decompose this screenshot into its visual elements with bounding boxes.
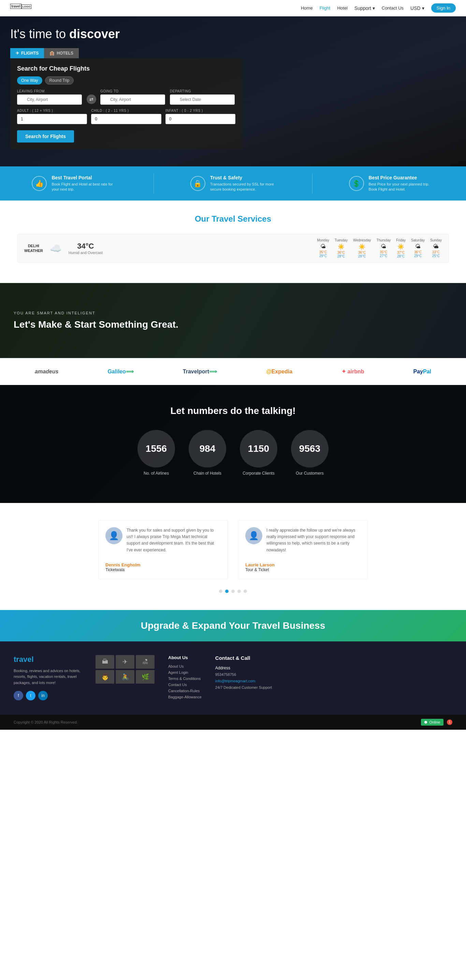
round-trip-button[interactable]: Round Trip — [45, 76, 74, 84]
signin-button[interactable]: Sign In — [431, 3, 456, 13]
footer-link-terms[interactable]: Terms & Conditions — [168, 676, 202, 681]
testimonial-name-1: Dennis Engholm — [105, 562, 221, 567]
testimonial-card-2: 👤 I really appreciate the follow up and … — [238, 520, 368, 579]
footer-link-cancellation[interactable]: Cancellation-Rules — [168, 689, 202, 693]
testimonial-card-1: 👤 Thank you for sales and support given … — [98, 520, 228, 579]
dot-5[interactable] — [244, 590, 247, 593]
stat-label-airlines: No. of Airlines — [137, 471, 175, 476]
footer-logo: travel — [14, 655, 82, 664]
testimonials-grid: 👤 Thank you for sales and support given … — [14, 520, 452, 579]
social-linkedin[interactable]: in — [38, 691, 48, 700]
social-twitter[interactable]: t — [26, 691, 35, 700]
weather-description: Humid and Overcast — [69, 251, 103, 255]
nav-flight[interactable]: Flight — [320, 5, 330, 11]
departing-label: DEPARTING — [170, 89, 235, 93]
nav-currency[interactable]: USD ▾ — [410, 5, 424, 11]
weather-forecast: Monday 🌤 35°C29°C Tuesday ☀️ 36°C28°C We… — [317, 239, 442, 258]
weather-wednesday: Wednesday ☀️ 36°C28°C — [353, 239, 371, 258]
departing-group: DEPARTING 📅 — [170, 89, 235, 105]
testimonial-avatar-1: 👤 — [105, 527, 123, 544]
weather-thursday: Thursday 🌤 35°C27°C — [377, 239, 391, 258]
testimonial-header-2: 👤 I really appreciate the follow up and … — [245, 527, 361, 557]
partners-section: amadeus Galileo⟹ Travelport⟹ @Expedia ✦ … — [0, 358, 466, 385]
stat-customers: 9563 Our Customers — [291, 430, 329, 476]
tab-flights[interactable]: ✈ FLIGHTS — [10, 48, 44, 58]
child-group: CHILD : ( 2 - 11 YRS ) — [91, 109, 161, 124]
dot-1[interactable] — [219, 590, 222, 593]
one-way-button[interactable]: One Way — [17, 76, 42, 84]
footer: travel Booking, reviews and advices on h… — [0, 641, 466, 715]
infant-input[interactable] — [166, 114, 235, 124]
motive-banner: YOU ARE SMART AND INTELIGENT Let's Make … — [0, 283, 466, 358]
trust-item-portal: 👍 Best Travel Portal Book Flight and Hot… — [32, 175, 117, 192]
departing-input[interactable] — [170, 94, 235, 105]
weather-saturday: Saturday 🌤 36°C29°C — [411, 239, 425, 258]
footer-img-4: 👨 — [96, 670, 114, 684]
swap-button[interactable]: ⇄ — [87, 94, 96, 104]
weather-widget: DELHI WEATHER ☁️ 34°C Humid and Overcast… — [17, 234, 449, 262]
partner-travelport: Travelport⟹ — [183, 368, 217, 375]
weather-location: DELHI WEATHER — [24, 243, 43, 253]
notification-badge[interactable]: 1 — [447, 719, 452, 725]
stat-circle-hotels: 984 — [189, 430, 226, 468]
going-to-group: GOING TO 📍 — [100, 89, 166, 105]
weather-tuesday: Tuesday ☀️ 36°C28°C — [335, 239, 348, 258]
footer-bottom: Copyright © 2020 All Rights Reserved. On… — [0, 715, 466, 730]
testimonial-name-2: Laurie Larson — [245, 562, 361, 567]
services-section: Our Travel Services DELHI WEATHER ☁️ 34°… — [0, 200, 466, 283]
footer-img-row-2: 👨 🚴 🌿 — [96, 670, 155, 684]
passengers-row: ADULT : ( 12 + YRS ) CHILD : ( 2 - 11 YR… — [17, 109, 235, 124]
footer-img-5: 🚴 — [116, 670, 134, 684]
footer-email[interactable]: info@tripmeagmart.com — [215, 679, 255, 683]
footer-img-3: 🏖 — [136, 655, 155, 669]
testimonial-company-1: Ticketwala — [105, 567, 221, 572]
motive-title: Let's Make & Start Something Great. — [14, 319, 452, 330]
nav-hotel[interactable]: Hotel — [337, 5, 347, 11]
partner-paypal: PayPal — [413, 369, 431, 375]
infant-group: INFANT : ( 0 - 2 YRS ) — [166, 109, 235, 124]
online-dot — [425, 721, 427, 724]
dot-4[interactable] — [238, 590, 241, 593]
footer-links-title: About Us — [168, 655, 202, 660]
online-badge: Online — [421, 719, 444, 725]
stat-corporate: 1150 Corporate Clients — [240, 430, 277, 476]
footer-images: 🏔 ✈ 🏖 👨 🚴 🌿 — [96, 655, 155, 701]
logo: travelLOGO — [10, 4, 31, 13]
trust-safety-desc: Transactions secured by SSL for more sec… — [210, 182, 276, 192]
footer-contact: Contact & Call Address 9534758756 info@t… — [215, 655, 272, 701]
stats-section: Let numbers do the talking! 1556 No. of … — [0, 385, 466, 503]
social-facebook[interactable]: f — [14, 691, 23, 700]
footer-contact-title: Contact & Call — [215, 655, 272, 661]
partner-amadeus: amadeus — [35, 369, 58, 375]
thumbs-up-icon: 👍 — [32, 176, 47, 191]
tab-hotels[interactable]: 🏨 HOTELS — [44, 48, 79, 58]
nav-support[interactable]: Support ▾ — [354, 5, 375, 11]
logo-text: travel — [10, 4, 21, 9]
dot-3[interactable] — [231, 590, 235, 593]
footer-link-about[interactable]: About Us — [168, 664, 202, 668]
nav-links: Home Flight Hotel Support ▾ Contact Us U… — [301, 3, 456, 13]
footer-grid: travel Booking, reviews and advices on h… — [14, 655, 452, 701]
address-label: Address — [215, 666, 272, 670]
going-to-label: GOING TO — [100, 89, 166, 93]
footer-link-baggage[interactable]: Baggage-Allowance — [168, 695, 202, 699]
weather-monday: Monday 🌤 35°C29°C — [317, 239, 329, 258]
child-input[interactable] — [91, 114, 161, 124]
nav-contact[interactable]: Contact Us — [382, 5, 404, 11]
going-to-input[interactable] — [100, 94, 165, 105]
stat-circle-airlines: 1556 — [137, 430, 175, 468]
footer-img-6: 🌿 — [136, 670, 155, 684]
adult-input[interactable] — [17, 114, 87, 124]
leaving-from-input[interactable] — [17, 94, 82, 105]
nav-home[interactable]: Home — [301, 5, 313, 11]
route-row: LEAVING FROM 📍 ⇄ GOING TO 📍 DEPARTING — [17, 89, 235, 105]
weather-sunday: Sunday 🌥 33°C25°C — [430, 239, 442, 258]
footer-link-contact[interactable]: Contact Us — [168, 682, 202, 687]
search-flights-button[interactable]: Search for Flights — [17, 130, 74, 143]
dollar-icon: 💲 — [349, 176, 364, 191]
footer-link-agent[interactable]: Agent Login — [168, 670, 202, 675]
search-box-title: Search for Cheap Flights — [17, 65, 235, 72]
hero-title: It's time to discover — [10, 27, 456, 41]
footer-description: Booking, reviews and advices on hotels, … — [14, 668, 82, 686]
dot-2[interactable] — [225, 590, 228, 593]
